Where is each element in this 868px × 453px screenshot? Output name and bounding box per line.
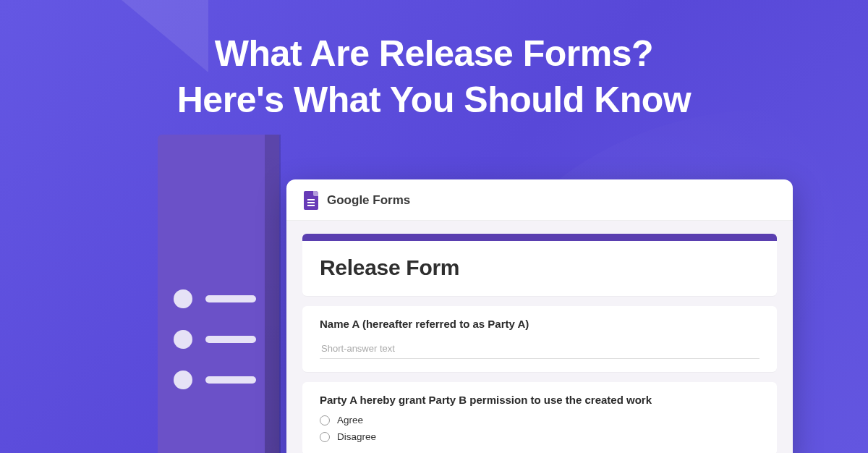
question-card-multiple-choice: Party A hereby grant Party B permission … [302,382,777,453]
list-item [174,371,256,389]
radio-label: Disagree [337,431,376,442]
bullet-line [205,336,256,343]
bullet-line [205,376,256,384]
folder-light-triangle [122,0,208,72]
window-title: Google Forms [327,193,410,208]
form-header-card: Release Form [302,234,777,296]
list-item [174,289,256,308]
question-label: Name A (hereafter referred to as Party A… [320,318,760,330]
radio-icon [320,415,330,426]
bullet-dot-icon [174,371,192,389]
bullet-dot-icon [174,289,192,308]
google-forms-icon [304,191,318,210]
bullet-line [205,295,256,302]
folder-bullet-list [174,289,256,411]
question-card-short-answer: Name A (hereafter referred to as Party A… [302,306,777,372]
radio-label: Agree [337,415,363,426]
radio-option-disagree[interactable]: Disagree [320,431,760,442]
form-body: Release Form Name A (hereafter referred … [286,221,793,453]
headline-line-2: Here's What You Should Know [0,77,868,123]
list-item [174,330,256,349]
form-window: Google Forms Release Form Name A (hereaf… [286,179,793,453]
radio-option-agree[interactable]: Agree [320,415,760,426]
form-title: Release Form [320,255,760,280]
radio-icon [320,432,330,442]
bullet-dot-icon [174,330,192,349]
window-header: Google Forms [286,179,793,221]
question-label: Party A hereby grant Party B permission … [320,394,760,406]
short-answer-input[interactable] [320,339,760,359]
